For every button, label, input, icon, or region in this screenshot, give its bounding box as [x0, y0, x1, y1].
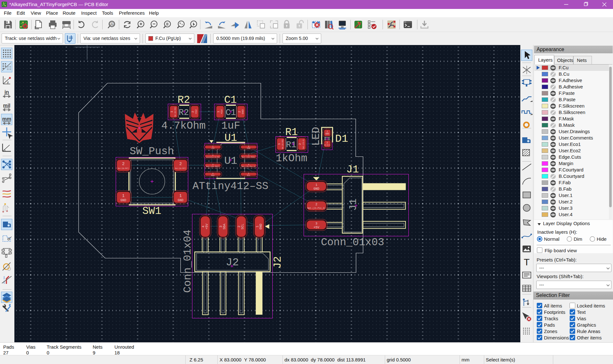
svg-text:Net-(J1-Pin_2): Net-(J1-Pin_2)	[307, 207, 325, 209]
svg-text:2: 2	[179, 162, 182, 166]
svg-text:1: 1	[179, 193, 182, 198]
svg-text:R2: R2	[179, 108, 189, 118]
svg-text:2: 2	[327, 142, 328, 144]
svg-text:+5V: +5V	[314, 226, 319, 229]
svg-text:Net-[U1-PA7]: Net-[U1-PA7]	[118, 168, 129, 170]
svg-text:θ: θ	[7, 81, 9, 84]
svg-text:GND: GND	[259, 224, 263, 229]
svg-text:Net-(U1-PA7): Net-(U1-PA7)	[206, 165, 220, 168]
svg-text:D1: D1	[335, 133, 348, 145]
svg-text:GND: GND	[178, 199, 183, 202]
svg-text:1: 1	[217, 111, 220, 112]
svg-text:2: 2	[299, 143, 302, 145]
svg-text:GND: GND	[325, 133, 329, 135]
svg-text:mil: mil	[3, 103, 10, 108]
svg-text:1: 1	[170, 111, 174, 112]
svg-text:SDA: SDA	[211, 174, 215, 177]
svg-text:R1: R1	[286, 140, 296, 150]
svg-text:J1: J1	[346, 164, 359, 176]
svg-text:GND: GND	[314, 187, 319, 191]
svg-text:Net-(D1-A): Net-(D1-A)	[303, 139, 305, 149]
svg-text:+5V: +5V	[220, 110, 223, 114]
svg-text:R2: R2	[177, 94, 190, 106]
svg-text:Net-(U1-PA3): Net-(U1-PA3)	[242, 156, 255, 158]
svg-text:Net-[U1-PA3]: Net-[U1-PA3]	[175, 107, 176, 117]
svg-text:mm: mm	[2, 116, 11, 122]
svg-text:Net-[U1-PA3]: Net-[U1-PA3]	[282, 139, 284, 149]
svg-text:R1: R1	[285, 126, 298, 138]
svg-text:GND: GND	[247, 147, 251, 149]
svg-text:Conn_01x03: Conn_01x03	[321, 237, 384, 248]
svg-text:C1: C1	[224, 94, 237, 106]
svg-text:GND: GND	[120, 199, 126, 202]
svg-text:SW1: SW1	[142, 205, 161, 217]
svg-text:4: 4	[202, 225, 205, 227]
svg-text:1: 1	[122, 193, 125, 198]
svg-text:1: 1	[327, 131, 328, 133]
svg-text:Net-(J1-Pin_2): Net-(J1-Pin_2)	[242, 165, 256, 168]
svg-text:1: 1	[315, 183, 317, 187]
svg-text:Net-(D1-K): Net-(D1-K)	[324, 144, 330, 146]
svg-text:3: 3	[315, 222, 317, 225]
svg-text:2: 2	[237, 225, 241, 227]
svg-text:1uF: 1uF	[221, 120, 240, 132]
svg-text:SDA: SDA	[223, 224, 226, 229]
svg-text:2: 2	[122, 162, 125, 166]
svg-text:GND: GND	[241, 110, 244, 114]
svg-text:3: 3	[219, 225, 223, 227]
svg-text:+5V: +5V	[205, 224, 209, 229]
svg-text:4.7kOhm: 4.7kOhm	[161, 120, 206, 132]
svg-text:J2: J2	[226, 256, 239, 269]
svg-text:2: 2	[238, 111, 241, 112]
svg-text:1: 1	[256, 225, 259, 227]
svg-text:in: in	[4, 89, 9, 95]
svg-text:+5V: +5V	[195, 110, 198, 114]
svg-text:r: r	[4, 77, 6, 81]
svg-text:U1: U1	[224, 132, 237, 144]
svg-text:unconnected-(U1-PA6): unconnected-(U1-PA6)	[206, 156, 220, 158]
svg-text:J2: J2	[272, 256, 284, 269]
svg-text:J1: J1	[347, 199, 359, 211]
svg-text:Net-[U1-PA7]: Net-[U1-PA7]	[175, 168, 186, 170]
svg-text:LED: LED	[310, 127, 322, 146]
svg-text:+5V: +5V	[211, 147, 215, 149]
svg-text:SCL: SCL	[247, 174, 251, 177]
svg-text:1: 1	[278, 143, 281, 145]
svg-text:2: 2	[315, 203, 317, 206]
svg-text:T: T	[524, 257, 530, 267]
svg-text:ATtiny412–SS: ATtiny412–SS	[192, 180, 268, 192]
svg-text:SW_Push: SW_Push	[130, 146, 174, 157]
svg-text:SCL: SCL	[241, 224, 244, 229]
svg-text:2: 2	[191, 111, 195, 112]
svg-text:1kOhm: 1kOhm	[275, 153, 307, 164]
svg-text:Conn_01x04: Conn_01x04	[182, 230, 194, 293]
